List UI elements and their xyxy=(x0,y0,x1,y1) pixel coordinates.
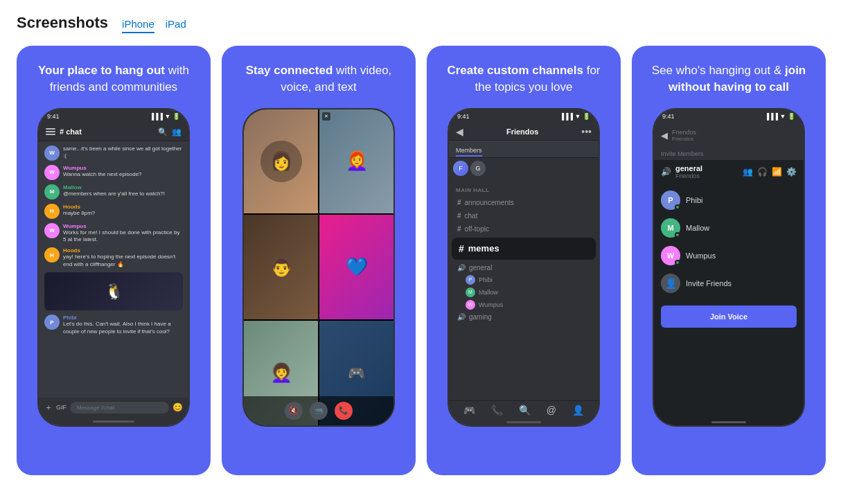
gif-icon[interactable]: GIF xyxy=(56,404,67,411)
avatar: P xyxy=(44,315,60,330)
channel-item-off-topic[interactable]: # off-topic xyxy=(449,222,599,236)
search-icon[interactable]: 🔍 xyxy=(519,405,531,416)
hamburger-icon[interactable] xyxy=(46,128,55,135)
member-avatar: W xyxy=(466,300,475,310)
channel-category-main: MAIN HALL xyxy=(449,184,599,196)
video-grid: 👩 👩‍🦰 ✕ 👨 💙 👩‍🦱 xyxy=(244,109,393,425)
channel-item-chat[interactable]: # chat xyxy=(449,209,599,222)
invite-friends-label: Invite Friends xyxy=(686,279,732,287)
voice-channel-general[interactable]: 🔊 general xyxy=(449,262,599,274)
message-row: P Phibi Let's do this. Can't wait. Also … xyxy=(44,315,183,335)
member-name-wumpus: Wumpus xyxy=(686,251,716,260)
phone-screen-2: 👩 👩‍🦰 ✕ 👨 💙 👩‍🦱 xyxy=(244,109,393,425)
card-title-4: See who's hanging out & join without hav… xyxy=(646,62,812,96)
plus-icon[interactable]: ＋ xyxy=(44,402,53,414)
channel-item-memes-highlighted[interactable]: # memes xyxy=(452,238,596,260)
message-author: Wumpus xyxy=(63,165,183,171)
mention-icon[interactable]: @ xyxy=(547,405,556,416)
card-title-plain-4: See who's hanging out & xyxy=(652,64,785,77)
channel-item-announcements[interactable]: # announcements xyxy=(449,196,599,209)
channel-label: off-topic xyxy=(465,225,489,233)
home-indicator-3 xyxy=(449,419,599,425)
tab-ipad[interactable]: iPad xyxy=(166,18,186,33)
end-call-button[interactable]: 📞 xyxy=(335,402,353,420)
avatar-wrap: P xyxy=(661,191,680,210)
close-btn[interactable]: ✕ xyxy=(322,112,330,121)
message-author: Mallow xyxy=(63,184,183,191)
message-author: Wumpus xyxy=(63,223,183,229)
member-name: Wumpus xyxy=(479,301,503,308)
members-icon-voice[interactable]: 👥 xyxy=(743,167,753,177)
phone-frame-1: 9:41 ▐▐▐ ▼ 🔋 # chat 🔍 👥 W xyxy=(37,108,190,427)
participant-avatar: 👩 xyxy=(260,141,302,182)
join-voice-button[interactable]: Join Voice xyxy=(661,306,797,328)
server-icon[interactable]: G xyxy=(470,161,486,176)
settings-icon[interactable]: ⚙️ xyxy=(786,167,797,177)
profile-icon[interactable]: 👤 xyxy=(572,405,584,416)
voice-member-wumpus: W Wumpus xyxy=(449,299,599,311)
message-text: Wanna watch the next episode? xyxy=(63,171,183,178)
voice-member-invite[interactable]: 👤 Invite Friends xyxy=(661,271,797,296)
card-title-bold-2: Stay connected xyxy=(246,64,333,77)
signal-4: ▐▐▐ ▼ 🔋 xyxy=(765,113,795,120)
channel-name-1: # chat xyxy=(60,127,154,136)
home-indicator-4 xyxy=(654,419,804,425)
message-text: Let's do this. Can't wait. Also I think … xyxy=(63,321,183,335)
discord-icon[interactable]: 🎮 xyxy=(463,405,475,416)
more-icon[interactable]: ••• xyxy=(581,126,592,137)
member-avatar: M xyxy=(466,287,475,297)
message-text: Works for me! I should be done with prac… xyxy=(63,229,183,244)
phone-screen-1: 9:41 ▐▐▐ ▼ 🔋 # chat 🔍 👥 W xyxy=(39,109,188,425)
server-info: Friendos Friendos xyxy=(672,129,797,142)
members-tab-label[interactable]: Members xyxy=(456,147,482,157)
channels-list: MAIN HALL # announcements # chat # off-t… xyxy=(449,179,599,400)
signal-strength-icon[interactable]: 📶 xyxy=(772,167,782,177)
avatar: M xyxy=(44,184,60,200)
hash-icon: # xyxy=(457,212,461,220)
members-icon-1[interactable]: 👥 xyxy=(172,127,181,136)
signal-3: ▐▐▐ ▼ 🔋 xyxy=(560,113,590,120)
phone-icon[interactable]: 📞 xyxy=(491,405,503,416)
mute-button[interactable]: 🔇 xyxy=(285,402,303,420)
message-content: Wumpus Works for me! I should be done wi… xyxy=(63,223,183,244)
tab-iphone[interactable]: iPhone xyxy=(122,18,154,33)
screenshot-card-1: Your place to hang out with friends and … xyxy=(17,46,211,475)
status-dot-phibi xyxy=(675,204,680,210)
general-voice-bar[interactable]: 🔊 general Friendos 👥 🎧 📶 ⚙️ xyxy=(654,160,804,184)
emoji-icon[interactable]: 😊 xyxy=(172,402,183,412)
message-author: Hoods xyxy=(63,247,183,254)
video-toggle-button[interactable]: 📹 xyxy=(310,402,328,420)
server-icon[interactable]: F xyxy=(453,161,468,176)
phone-frame-2: 👩 👩‍🦰 ✕ 👨 💙 👩‍🦱 xyxy=(242,108,395,427)
voice-channel-gaming[interactable]: 🔊 gaming xyxy=(449,311,599,323)
screenshots-container: Your place to hang out with friends and … xyxy=(17,46,851,484)
voice-channel-name: general xyxy=(675,164,702,172)
server-name: Friendos xyxy=(506,127,538,136)
search-icon-1[interactable]: 🔍 xyxy=(158,127,168,136)
member-name-mallow: Mallow xyxy=(686,224,709,232)
voice-member-phibi: P Phibi xyxy=(449,274,599,286)
voice-channel-label-gaming: gaming xyxy=(469,313,492,321)
message-author: Phibi xyxy=(63,315,183,321)
voice-channel-info: general Friendos xyxy=(675,164,702,179)
status-bar-1: 9:41 ▐▐▐ ▼ 🔋 xyxy=(39,109,188,123)
message-row: H Hoods maybe 8pm? xyxy=(44,204,183,219)
chat-input-field[interactable]: Message #chat xyxy=(70,402,169,414)
back-icon-4[interactable]: ◀ xyxy=(661,130,668,141)
page-header: Screenshots iPhone iPad xyxy=(17,14,851,33)
message-content: Hoods yay! here's to hoping the next epi… xyxy=(63,247,183,268)
screenshot-card-3: Create custom channels for the topics yo… xyxy=(427,46,621,475)
person-add-icon: 👤 xyxy=(665,278,677,289)
headset-icon[interactable]: 🎧 xyxy=(757,167,768,177)
page-title: Screenshots xyxy=(17,14,108,32)
message-author: Hoods xyxy=(63,204,183,210)
avatar: H xyxy=(44,204,60,219)
screenshots-page: Screenshots iPhone iPad Your place to ha… xyxy=(17,14,851,487)
home-indicator xyxy=(39,418,188,425)
channel-label-memes: memes xyxy=(468,243,499,254)
hash-icon-memes: # xyxy=(459,243,464,254)
participant-avatar: 👩‍🦰 xyxy=(346,150,368,172)
time-4: 9:41 xyxy=(662,113,675,120)
back-icon[interactable]: ◀ xyxy=(456,126,463,137)
member-name: Mallow xyxy=(479,289,498,296)
